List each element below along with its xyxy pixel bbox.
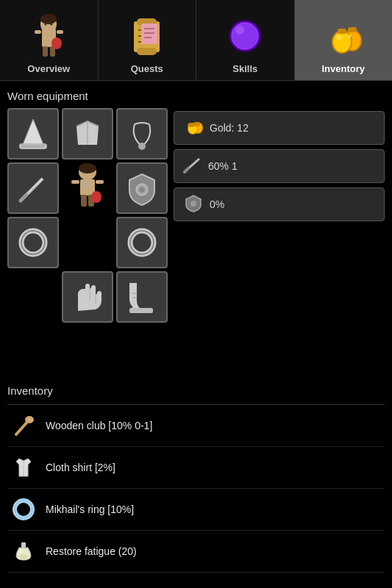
tab-inventory[interactable]: Inventory: [295, 0, 393, 80]
slot-ring-left[interactable]: [7, 217, 59, 268]
overview-icon: [26, 12, 71, 60]
svg-point-3: [44, 24, 46, 26]
svg-point-31: [336, 35, 342, 40]
item-restore-fatigue: Restore fatigue (20): [46, 545, 137, 557]
svg-point-43: [83, 171, 85, 173]
inventory-icon: [321, 12, 366, 60]
stat-gold: Gold: 12: [174, 111, 385, 145]
svg-rect-61: [129, 308, 153, 313]
svg-rect-16: [141, 24, 157, 44]
sword-icon: [183, 156, 202, 176]
slot-head[interactable]: [7, 108, 59, 159]
svg-point-28: [333, 32, 351, 52]
item-wooden-club: Wooden club [10% 0-1]: [46, 420, 152, 431]
svg-point-37: [138, 143, 146, 150]
svg-point-23: [235, 26, 244, 35]
svg-point-72: [190, 201, 196, 207]
svg-rect-12: [137, 48, 157, 55]
shirt-icon: [10, 454, 37, 481]
svg-point-44: [90, 171, 93, 173]
svg-point-50: [91, 191, 101, 203]
list-item[interactable]: Wooden club [10% 0-1]: [7, 405, 385, 447]
tab-quests[interactable]: Quests: [99, 0, 197, 80]
list-item[interactable]: Cloth shirt [2%]: [7, 447, 385, 489]
svg-rect-5: [43, 46, 48, 57]
svg-point-75: [26, 417, 33, 423]
tab-overview[interactable]: Overview: [0, 0, 99, 80]
svg-point-56: [21, 231, 45, 254]
stats-panel: Gold: 12 60% 1: [174, 108, 385, 377]
item-cloth-shirt: Cloth shirt [2%]: [46, 462, 115, 473]
tab-bar: Overview Quests: [0, 0, 392, 81]
svg-point-2: [40, 14, 57, 24]
tab-quests-label: Quests: [131, 63, 163, 74]
potion-icon: [10, 538, 37, 564]
tab-overview-label: Overview: [27, 63, 70, 74]
defense-value: 0%: [210, 198, 224, 210]
svg-line-71: [185, 168, 188, 172]
svg-line-73: [16, 421, 28, 434]
svg-point-54: [139, 187, 145, 193]
slot-empty-center: [62, 217, 113, 268]
main-content: Worn equipment: [0, 81, 392, 578]
svg-point-69: [193, 122, 200, 126]
svg-rect-46: [71, 180, 79, 184]
svg-rect-29: [338, 29, 346, 34]
ring-icon: [10, 496, 37, 523]
stat-defense: 0%: [174, 187, 385, 221]
svg-point-78: [15, 501, 32, 518]
club-icon: [10, 412, 37, 439]
svg-point-9: [51, 37, 62, 49]
skills-icon: [223, 12, 267, 60]
svg-rect-79: [21, 542, 26, 548]
list-item[interactable]: Restore fatigue (20): [7, 531, 385, 573]
tab-inventory-label: Inventory: [321, 63, 365, 74]
inventory-list: Wooden club [10% 0-1] Cloth shirt [2%]: [7, 404, 385, 573]
svg-marker-33: [22, 119, 44, 146]
quests-icon: [125, 12, 169, 60]
attack-value: 60% 1: [208, 160, 238, 172]
svg-rect-8: [57, 30, 63, 34]
tab-skills[interactable]: Skills: [196, 0, 295, 80]
svg-line-39: [21, 195, 26, 201]
svg-point-58: [130, 231, 154, 254]
gold-value: Gold: 12: [210, 122, 249, 134]
svg-rect-30: [348, 27, 357, 32]
svg-rect-7: [35, 30, 41, 34]
equipment-area: Gold: 12 60% 1: [7, 108, 385, 377]
slot-boots[interactable]: [116, 271, 168, 323]
slot-necklace[interactable]: [116, 108, 168, 159]
worn-equipment-title: Worn equipment: [7, 90, 385, 102]
tab-skills-label: Skills: [232, 63, 257, 74]
svg-point-4: [50, 24, 52, 26]
slot-chest[interactable]: [62, 108, 113, 159]
svg-point-80: [19, 550, 22, 554]
slot-empty-4d: [7, 326, 59, 377]
slot-character: [62, 162, 113, 214]
gold-icon: [183, 118, 204, 138]
slot-ring-right[interactable]: [116, 217, 168, 268]
list-item[interactable]: Mikhail's ring [10%]: [7, 489, 385, 531]
inventory-title: Inventory: [7, 384, 385, 397]
item-mikhails-ring: Mikhail's ring [10%]: [46, 503, 134, 515]
stat-attack: 60% 1: [174, 149, 385, 183]
equipment-grid: [7, 108, 168, 377]
slot-gloves[interactable]: [62, 271, 113, 323]
slot-weapon[interactable]: [7, 162, 59, 214]
svg-point-42: [79, 163, 96, 173]
slot-shield[interactable]: [116, 162, 168, 214]
slot-empty-4a: [7, 271, 59, 323]
svg-rect-48: [81, 195, 87, 207]
svg-point-32: [347, 35, 352, 37]
shield-stat-icon: [183, 194, 204, 215]
svg-rect-47: [96, 180, 104, 184]
